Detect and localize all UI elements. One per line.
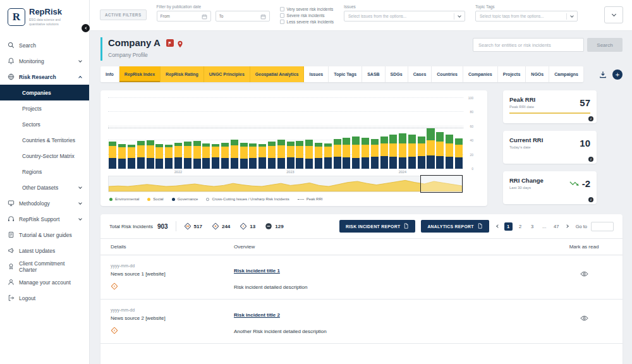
- filterbar-collapse-button[interactable]: [604, 6, 623, 23]
- info-icon[interactable]: i: [588, 157, 593, 162]
- checkbox-very-severe-risk-incidents[interactable]: Very severe risk incidents: [280, 7, 334, 11]
- rri-bar-2021-08[interactable]: [128, 145, 135, 169]
- rri-bar-2023-02[interactable]: [296, 141, 303, 169]
- page-47[interactable]: 47: [552, 222, 561, 231]
- legend-peak-rri[interactable]: Peak RRI: [298, 197, 323, 201]
- rri-bar-2024-01[interactable]: [399, 133, 406, 169]
- rri-bar-2021-10[interactable]: [147, 140, 154, 169]
- risk-incident-report-button[interactable]: RISK INCIDENT REPORT: [339, 220, 415, 233]
- incident-title-link[interactable]: Risk incident title 2: [234, 312, 280, 318]
- issues-select[interactable]: Select issues from the options...: [344, 11, 465, 21]
- date-from-input[interactable]: [157, 11, 211, 21]
- download-icon[interactable]: [599, 71, 607, 78]
- flag-icon[interactable]: [166, 39, 174, 47]
- rri-bar-2021-11[interactable]: [155, 144, 163, 169]
- rri-bar-2022-11[interactable]: [268, 142, 276, 169]
- date-to-input[interactable]: [216, 11, 270, 21]
- sidebar-item-other-datasets[interactable]: Other Datasets: [0, 179, 89, 195]
- rri-bar-2021-06[interactable]: [109, 142, 116, 169]
- tab-geospatial-analytics[interactable]: Geospatial Analytics: [250, 66, 305, 82]
- prev-page-button[interactable]: [495, 224, 501, 229]
- sidebar-item-tutorial-user-guides[interactable]: Tutorial & User guides: [0, 227, 89, 243]
- tab-reprisk-rating[interactable]: RepRisk Rating: [161, 66, 204, 82]
- analytics-report-button[interactable]: ANALYTICS REPORT: [421, 220, 489, 233]
- tab-campaigns[interactable]: Campaigns: [549, 66, 583, 82]
- rri-bar-2022-06[interactable]: [221, 143, 229, 169]
- checkbox-less-severe-risk-incidents[interactable]: Less severe risk incidents: [280, 20, 334, 24]
- rri-bar-2023-11[interactable]: [380, 136, 388, 169]
- tab-countries[interactable]: Countries: [432, 66, 463, 82]
- tab-companies[interactable]: Companies: [463, 66, 498, 82]
- rri-bar-2024-06[interactable]: [446, 135, 453, 169]
- rri-bar-2023-05[interactable]: [324, 143, 332, 169]
- sidebar-item-manage-your-account[interactable]: Manage your account: [0, 274, 89, 290]
- sidebar-item-logout[interactable]: Logout: [0, 290, 89, 306]
- rri-bar-2022-01[interactable]: [174, 143, 182, 169]
- sidebar-item-projects[interactable]: Projects: [0, 100, 89, 116]
- rri-bar-2022-12[interactable]: [277, 140, 285, 169]
- rri-bar-2024-02[interactable]: [408, 135, 416, 169]
- location-pin-icon[interactable]: [176, 39, 184, 47]
- rri-bar-2022-04[interactable]: [202, 143, 210, 169]
- add-button[interactable]: +: [612, 70, 623, 80]
- severity-filter-unsharp[interactable]: 129: [265, 222, 283, 230]
- rri-bar-2021-09[interactable]: [137, 141, 145, 169]
- tab-issues[interactable]: Issues: [304, 66, 329, 82]
- sidebar-item-sectors[interactable]: Sectors: [0, 116, 89, 132]
- legend-cross-cutting-issues-unsharp-risk-incidents[interactable]: Cross-Cutting Issues / Unsharp Risk Inci…: [206, 197, 289, 201]
- entity-search-input[interactable]: [473, 38, 584, 52]
- sidebar-item-methodology[interactable]: Methodology: [0, 195, 89, 211]
- goto-page-input[interactable]: [591, 222, 614, 231]
- rri-bar-2022-05[interactable]: [212, 144, 219, 169]
- rri-bar-2022-09[interactable]: [249, 143, 257, 169]
- severity-filter-sev3[interactable]: 517: [184, 222, 202, 230]
- page-2[interactable]: 2: [516, 222, 525, 231]
- page-1[interactable]: 1: [504, 222, 513, 231]
- rri-bar-2023-08[interactable]: [352, 136, 360, 169]
- sidebar-item-countries-territories[interactable]: Countries & Territories: [0, 132, 89, 148]
- rri-bar-2021-07[interactable]: [118, 144, 126, 169]
- checkbox-severe-risk-incidents[interactable]: Severe risk incidents: [280, 13, 334, 18]
- rri-bar-2023-12[interactable]: [389, 135, 397, 169]
- next-page-button[interactable]: [564, 224, 569, 229]
- rri-bar-2024-05[interactable]: [436, 132, 444, 169]
- rri-bar-2022-03[interactable]: [193, 141, 201, 169]
- legend-social[interactable]: Social: [147, 197, 163, 201]
- timeline-brush[interactable]: [108, 176, 463, 192]
- tab-ungc-principles[interactable]: UNGC Principles: [204, 66, 250, 82]
- rri-bar-2022-10[interactable]: [258, 144, 266, 169]
- rri-bar-2023-06[interactable]: [334, 139, 341, 169]
- sidebar-item-latest-updates[interactable]: Latest Updates: [0, 243, 89, 258]
- sidebar-item-companies[interactable]: Companies: [0, 85, 89, 100]
- incident-title-link[interactable]: Risk incident title 1: [234, 268, 280, 274]
- rri-bar-2024-04[interactable]: [427, 128, 434, 169]
- severity-filter-sev1[interactable]: 13: [240, 222, 255, 230]
- active-filters-button[interactable]: ACTIVE FILTERS: [100, 9, 147, 20]
- sidebar-collapse-button[interactable]: [82, 24, 90, 32]
- rri-bar-2023-09[interactable]: [362, 138, 369, 169]
- legend-governance[interactable]: Governance: [172, 197, 198, 201]
- tab-reprisk-index[interactable]: RepRisk Index: [119, 66, 161, 82]
- rri-bar-2023-01[interactable]: [287, 142, 295, 169]
- info-icon[interactable]: i: [588, 116, 593, 121]
- sidebar-item-client-commitment-charter[interactable]: Client Commitment Charter: [0, 258, 89, 274]
- legend-environmental[interactable]: Environmental: [109, 197, 139, 201]
- tab-cases[interactable]: Cases: [408, 66, 432, 82]
- rri-bar-2023-07[interactable]: [343, 138, 350, 169]
- search-button[interactable]: Search: [587, 38, 623, 52]
- sidebar-item-monitoring[interactable]: Monitoring: [0, 53, 89, 69]
- rri-bar-2023-10[interactable]: [371, 139, 379, 169]
- tab-info[interactable]: Info: [100, 66, 119, 82]
- rri-bar-2022-07[interactable]: [231, 140, 238, 169]
- info-icon[interactable]: i: [588, 197, 593, 202]
- sidebar-item-country-sector-matrix[interactable]: Country-Sector Matrix: [0, 148, 89, 164]
- tab-sasb[interactable]: SASB: [362, 66, 385, 82]
- tab-ngos[interactable]: NGOs: [526, 66, 549, 82]
- mark-as-read-eye-icon[interactable]: [580, 315, 588, 321]
- sidebar-item-reprisk-support[interactable]: RepRisk Support: [0, 211, 89, 227]
- tab-sdgs[interactable]: SDGs: [386, 66, 408, 82]
- topic-tags-select[interactable]: Select topic tags from the options...: [475, 11, 578, 21]
- rri-bar-2023-03[interactable]: [305, 140, 313, 169]
- sidebar-item-search[interactable]: Search: [0, 37, 89, 53]
- mark-as-read-eye-icon[interactable]: [580, 271, 588, 277]
